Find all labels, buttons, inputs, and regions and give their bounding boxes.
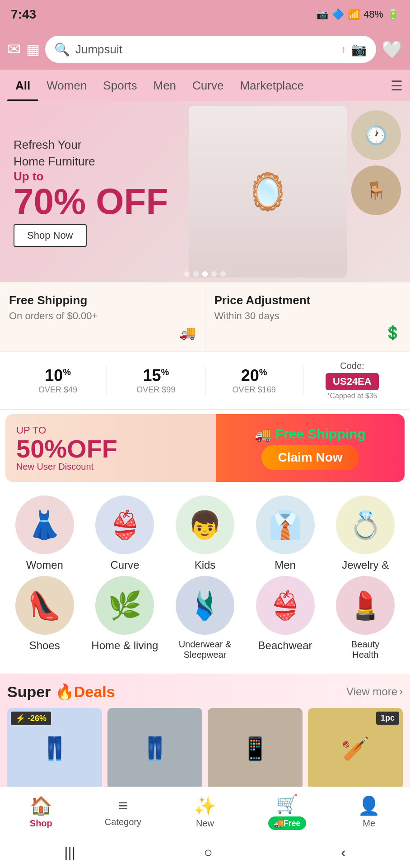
discount-label-20: OVER $169 <box>210 385 298 395</box>
nav-shop[interactable]: 🏠 Shop <box>0 795 82 829</box>
category-women-img: 👗 <box>15 495 74 554</box>
new-user-right[interactable]: 🚚 Free Shipping Claim Now <box>216 414 405 482</box>
category-home[interactable]: 🌿 Home & living <box>89 576 161 660</box>
nav-me[interactable]: 👤 Me <box>328 795 410 829</box>
header: ✉ ▦ 🔍 ↑ 📷 🤍 <box>0 29 410 70</box>
tab-men[interactable]: Men <box>145 70 185 101</box>
category-beachwear-label: Beachwear <box>258 639 312 652</box>
category-shoes-label: Shoes <box>29 639 60 652</box>
category-curve-label: Curve <box>110 559 139 571</box>
super-deals-section: Super 🔥Deals View more › 👖 ⚡ -26% 👖 📱 🏏 … <box>0 674 410 797</box>
category-shoes[interactable]: 👠 Shoes <box>9 576 81 660</box>
search-bar[interactable]: 🔍 ↑ 📷 <box>45 36 376 63</box>
signal-icon: 📶 <box>348 9 360 20</box>
category-shoes-img: 👠 <box>15 576 74 635</box>
discount-code-item: Code: US24EA *Capped at $35 <box>303 361 401 400</box>
new-user-banner[interactable]: UP TO 50%OFF New User Discount 🚚 Free Sh… <box>5 414 405 482</box>
shop-now-button[interactable]: Shop Now <box>14 224 87 247</box>
deal-card-2[interactable]: 👖 <box>107 708 202 789</box>
category-women[interactable]: 👗 Women <box>9 495 81 571</box>
super-deals-header: Super 🔥Deals View more › <box>7 683 403 701</box>
deal-card-1[interactable]: 👖 ⚡ -26% <box>7 708 102 789</box>
discount-10: 10% OVER $49 <box>9 366 107 395</box>
chevron-right-icon: › <box>399 685 403 698</box>
dot-3[interactable] <box>202 271 208 277</box>
category-underwear-label: Underwear &Sleepwear <box>179 639 232 660</box>
category-beauty-label: BeautyHealth <box>351 639 379 660</box>
menu-icon[interactable]: ☰ <box>391 78 403 94</box>
price-adjustment-sub: Within 30 days <box>214 310 401 322</box>
camera-icon[interactable]: 📷 <box>351 42 367 57</box>
notification-icon: 📷 <box>316 9 328 20</box>
tab-all[interactable]: All <box>7 70 38 101</box>
calendar-icon[interactable]: ▦ <box>26 41 40 58</box>
new-user-left: UP TO 50%OFF New User Discount <box>5 415 216 481</box>
category-home-label: Home & living <box>91 639 158 652</box>
new-icon: ✨ <box>194 795 216 816</box>
category-kids-label: Kids <box>195 559 216 571</box>
sys-home-button[interactable]: ○ <box>204 844 212 861</box>
truck-promo-icon: 🚚 <box>255 426 271 442</box>
shipping-icon: 🚚 <box>179 325 196 340</box>
dot-4[interactable] <box>211 271 217 277</box>
dot-2[interactable] <box>193 271 199 277</box>
sys-menu-button[interactable]: ||| <box>64 844 75 861</box>
free-badge: 🚚Free <box>268 816 306 830</box>
view-more-button[interactable]: View more › <box>346 685 403 698</box>
category-men[interactable]: 👔 Men <box>249 495 321 571</box>
category-row-1: 👗 Women 👙 Curve 👦 Kids 👔 Men 💍 Jewelry & <box>5 495 405 571</box>
category-section: 👗 Women 👙 Curve 👦 Kids 👔 Men 💍 Jewelry &… <box>0 486 410 669</box>
status-icons: 📷 🔷 📶 48% 🔋 <box>316 9 399 20</box>
category-beauty[interactable]: 💄 BeautyHealth <box>329 576 401 660</box>
search-input[interactable] <box>75 42 335 57</box>
wishlist-icon[interactable]: 🤍 <box>382 39 403 59</box>
mail-icon[interactable]: ✉ <box>7 40 21 59</box>
free-shipping-text: Free Shipping <box>275 426 365 442</box>
discount-capped: *Capped at $35 <box>308 392 396 400</box>
tab-marketplace[interactable]: Marketplace <box>232 70 312 101</box>
category-underwear[interactable]: 🩱 Underwear &Sleepwear <box>169 576 241 660</box>
bluetooth-icon: 🔷 <box>332 9 344 20</box>
me-icon: 👤 <box>358 795 380 816</box>
category-beachwear[interactable]: 👙 Beachwear <box>249 576 321 660</box>
dot-1[interactable] <box>184 271 190 277</box>
discount-code[interactable]: US24EA <box>326 373 379 390</box>
deals-row: 👖 ⚡ -26% 👖 📱 🏏 1pc <box>7 708 403 789</box>
category-beachwear-img: 👙 <box>256 576 315 635</box>
banner-dots <box>184 271 226 277</box>
sys-back-button[interactable]: ‹ <box>341 844 346 861</box>
deals-flame: 🔥Deals <box>55 683 115 700</box>
nav-free[interactable]: 🛒 🚚Free <box>246 793 328 830</box>
deal-card-3[interactable]: 📱 <box>208 708 303 789</box>
dot-5[interactable] <box>220 271 226 277</box>
free-shipping-card[interactable]: Free Shipping On orders of $0.00+ 🚚 <box>0 283 205 351</box>
code-prefix: Code: <box>308 361 396 371</box>
deal-img-3: 📱 <box>208 708 303 789</box>
category-beauty-img: 💄 <box>336 576 395 635</box>
view-more-text: View more <box>346 685 397 698</box>
free-shipping-title: Free Shipping <box>9 293 196 307</box>
nav-category[interactable]: ≡ Category <box>82 796 164 827</box>
category-curve[interactable]: 👙 Curve <box>89 495 161 571</box>
arrow-up-icon: ↑ <box>341 43 346 55</box>
nav-tabs: All Women Sports Men Curve Marketplace ☰ <box>0 70 410 101</box>
claim-now-button[interactable]: Claim Now <box>261 445 359 470</box>
discount-20: 20% OVER $169 <box>205 366 303 395</box>
status-bar: 7:43 📷 🔷 📶 48% 🔋 <box>0 0 410 29</box>
price-adjustment-card[interactable]: Price Adjustment Within 30 days 💲 <box>205 283 410 351</box>
nav-new[interactable]: ✨ New <box>164 795 246 829</box>
discount-label-15: OVER $99 <box>112 385 200 395</box>
tab-women[interactable]: Women <box>38 70 95 101</box>
category-jewelry[interactable]: 💍 Jewelry & <box>329 495 401 571</box>
tab-sports[interactable]: Sports <box>95 70 145 101</box>
deal-img-2: 👖 <box>107 708 202 789</box>
category-men-img: 👔 <box>256 495 315 554</box>
category-kids-img: 👦 <box>176 495 234 554</box>
info-cards: Free Shipping On orders of $0.00+ 🚚 Pric… <box>0 282 410 352</box>
banner-discount: 70% OFF <box>14 184 396 220</box>
category-kids[interactable]: 👦 Kids <box>169 495 241 571</box>
category-women-label: Women <box>26 559 63 571</box>
category-underwear-img: 🩱 <box>176 576 234 635</box>
tab-curve[interactable]: Curve <box>184 70 232 101</box>
deal-card-4[interactable]: 🏏 1pc <box>308 708 403 789</box>
